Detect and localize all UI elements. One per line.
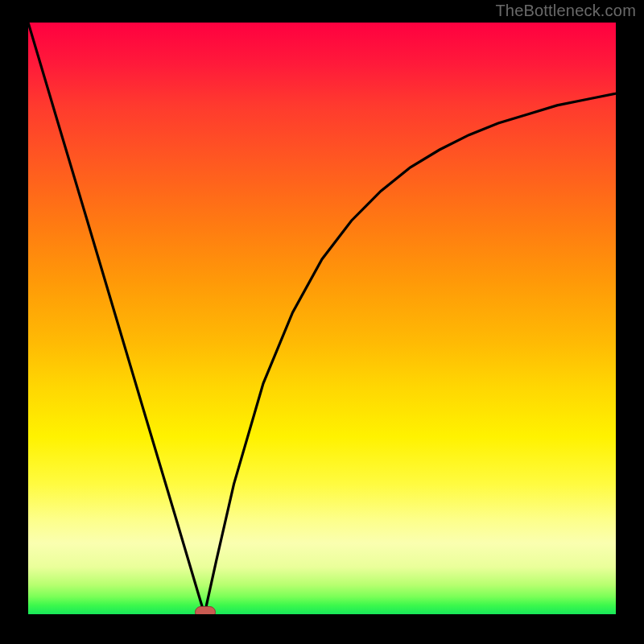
bottleneck-curve <box>28 23 616 614</box>
minimum-marker <box>195 606 216 614</box>
plot-area <box>28 23 616 614</box>
chart-frame: TheBottleneck.com <box>0 0 644 644</box>
watermark-text: TheBottleneck.com <box>495 2 636 20</box>
